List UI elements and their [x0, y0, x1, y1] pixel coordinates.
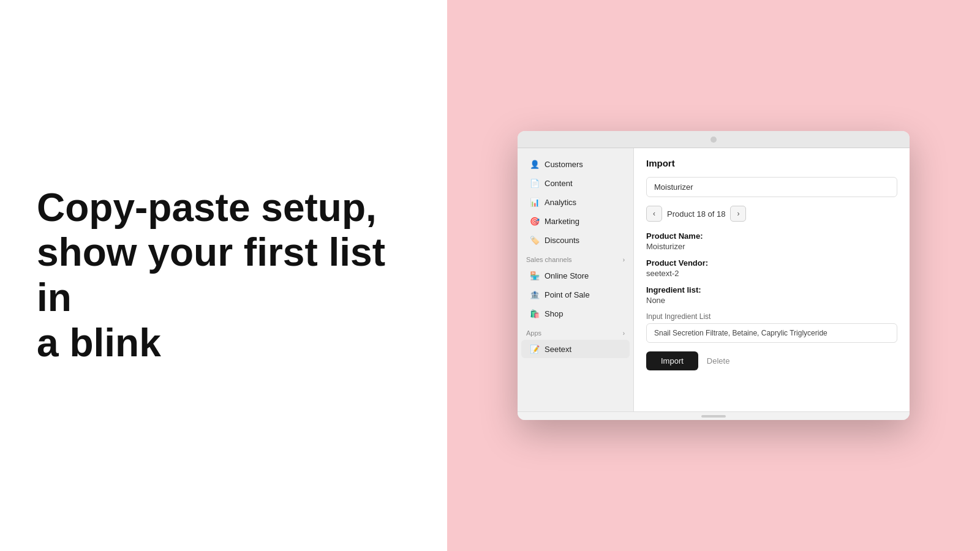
sidebar-item-online-store-label: Online Store: [545, 271, 589, 280]
apps-section: Apps ›: [518, 323, 633, 339]
sidebar-item-customers-label: Customers: [545, 160, 583, 169]
search-input-wrap: [646, 177, 897, 197]
analytics-icon: 📊: [530, 197, 540, 207]
sidebar-item-content-label: Content: [545, 179, 573, 188]
hero-line2: show your first list in: [37, 230, 385, 320]
sidebar-item-shop-label: Shop: [545, 309, 563, 318]
sales-channels-section: Sales channels ›: [518, 250, 633, 266]
sidebar-item-analytics[interactable]: 📊 Analytics: [521, 193, 630, 211]
sidebar-item-marketing-label: Marketing: [545, 217, 579, 226]
sidebar-item-online-store[interactable]: 🏪 Online Store: [521, 266, 630, 285]
customers-icon: 👤: [530, 159, 540, 169]
sidebar-item-point-of-sale-label: Point of Sale: [545, 290, 590, 299]
product-name-value: Moisturizer: [646, 242, 897, 251]
sidebar-item-customers[interactable]: 👤 Customers: [521, 155, 630, 173]
sidebar-item-seetext[interactable]: 📝 Seetext: [521, 340, 630, 358]
point-of-sale-icon: 🏦: [530, 290, 540, 299]
title-bar-dot: [710, 137, 717, 143]
product-vendor-value: seetext-2: [646, 269, 897, 278]
ingredient-list-label: Ingredient list:: [646, 285, 897, 294]
mac-window: 👤 Customers 📄 Content 📊 Analytics 🎯 Mark…: [518, 131, 910, 420]
right-panel: 👤 Customers 📄 Content 📊 Analytics 🎯 Mark…: [447, 0, 980, 551]
delete-button[interactable]: Delete: [704, 351, 733, 370]
content-icon: 📄: [530, 178, 540, 188]
next-product-button[interactable]: ›: [730, 206, 746, 222]
sales-channels-chevron-icon: ›: [623, 257, 625, 263]
sidebar: 👤 Customers 📄 Content 📊 Analytics 🎯 Mark…: [518, 148, 634, 411]
sidebar-item-marketing[interactable]: 🎯 Marketing: [521, 212, 630, 230]
product-nav: ‹ Product 18 of 18 ›: [646, 206, 897, 222]
sidebar-item-point-of-sale[interactable]: 🏦 Point of Sale: [521, 285, 630, 304]
discounts-icon: 🏷️: [530, 235, 540, 245]
input-ingredient-label: Input Ingredient List: [646, 312, 897, 321]
apps-label: Apps: [526, 329, 541, 337]
online-store-icon: 🏪: [530, 271, 540, 280]
shop-icon: 🛍️: [530, 309, 540, 318]
hero-line3: a blink: [37, 321, 161, 365]
btn-row: Import Delete: [646, 351, 897, 370]
sidebar-item-content[interactable]: 📄 Content: [521, 174, 630, 192]
left-panel: Copy-paste setup, show your first list i…: [0, 0, 447, 551]
title-bar: [518, 131, 910, 148]
main-title: Import: [646, 158, 897, 168]
main-content: Import ‹ Product 18 of 18 › Product Name…: [634, 148, 910, 411]
ingredient-list-value: None: [646, 296, 897, 305]
hero-line1: Copy-paste setup,: [37, 186, 377, 230]
product-name-label: Product Name:: [646, 231, 897, 241]
search-input[interactable]: [646, 177, 897, 197]
scroll-indicator: [701, 415, 726, 418]
sidebar-item-analytics-label: Analytics: [545, 198, 576, 207]
sidebar-item-discounts[interactable]: 🏷️ Discounts: [521, 231, 630, 249]
sidebar-item-seetext-label: Seetext: [545, 345, 571, 354]
window-body: 👤 Customers 📄 Content 📊 Analytics 🎯 Mark…: [518, 148, 910, 411]
product-vendor-label: Product Vendor:: [646, 258, 897, 268]
marketing-icon: 🎯: [530, 216, 540, 226]
window-bottom-bar: [518, 411, 910, 420]
sales-channels-label: Sales channels: [526, 256, 572, 263]
sidebar-item-discounts-label: Discounts: [545, 236, 579, 245]
prev-product-button[interactable]: ‹: [646, 206, 662, 222]
import-button[interactable]: Import: [646, 351, 698, 370]
seetext-icon: 📝: [530, 344, 540, 354]
sidebar-item-shop[interactable]: 🛍️ Shop: [521, 304, 630, 323]
ingredient-input[interactable]: [646, 323, 897, 343]
product-label: Product 18 of 18: [667, 209, 725, 219]
apps-chevron-icon: ›: [623, 330, 625, 337]
hero-text: Copy-paste setup, show your first list i…: [37, 186, 392, 365]
